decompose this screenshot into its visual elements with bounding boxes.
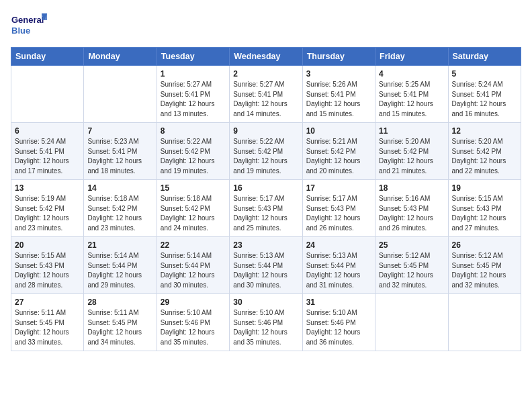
day-info: Sunrise: 5:11 AM Sunset: 5:45 PM Dayligh… xyxy=(15,308,80,347)
calendar-cell: 26Sunrise: 5:12 AM Sunset: 5:45 PM Dayli… xyxy=(448,237,521,294)
day-number: 3 xyxy=(306,69,371,79)
day-info: Sunrise: 5:15 AM Sunset: 5:43 PM Dayligh… xyxy=(15,251,80,290)
day-info: Sunrise: 5:14 AM Sunset: 5:44 PM Dayligh… xyxy=(87,251,152,290)
calendar-cell: 21Sunrise: 5:14 AM Sunset: 5:44 PM Dayli… xyxy=(84,237,157,294)
day-number: 24 xyxy=(306,240,371,250)
day-number: 26 xyxy=(452,240,517,250)
day-info: Sunrise: 5:27 AM Sunset: 5:41 PM Dayligh… xyxy=(161,80,226,119)
day-info: Sunrise: 5:18 AM Sunset: 5:42 PM Dayligh… xyxy=(161,194,226,233)
day-info: Sunrise: 5:24 AM Sunset: 5:41 PM Dayligh… xyxy=(15,137,80,176)
day-info: Sunrise: 5:17 AM Sunset: 5:43 PM Dayligh… xyxy=(306,194,371,233)
calendar-cell: 1Sunrise: 5:27 AM Sunset: 5:41 PM Daylig… xyxy=(157,66,229,123)
header-tuesday: Tuesday xyxy=(157,48,229,66)
svg-text:General: General xyxy=(11,15,44,25)
calendar-cell: 22Sunrise: 5:14 AM Sunset: 5:44 PM Dayli… xyxy=(157,237,229,294)
calendar-cell: 11Sunrise: 5:20 AM Sunset: 5:42 PM Dayli… xyxy=(375,123,448,180)
page-header: General Blue xyxy=(11,11,521,39)
day-info: Sunrise: 5:22 AM Sunset: 5:42 PM Dayligh… xyxy=(161,137,226,176)
calendar-cell: 7Sunrise: 5:23 AM Sunset: 5:41 PM Daylig… xyxy=(84,123,157,180)
calendar-cell: 4Sunrise: 5:25 AM Sunset: 5:41 PM Daylig… xyxy=(375,66,448,123)
week-row-4: 20Sunrise: 5:15 AM Sunset: 5:43 PM Dayli… xyxy=(11,237,521,294)
day-info: Sunrise: 5:25 AM Sunset: 5:41 PM Dayligh… xyxy=(379,80,444,119)
calendar-cell: 19Sunrise: 5:15 AM Sunset: 5:43 PM Dayli… xyxy=(448,180,521,237)
day-number: 28 xyxy=(87,298,152,307)
day-info: Sunrise: 5:17 AM Sunset: 5:43 PM Dayligh… xyxy=(233,194,298,233)
calendar-cell: 5Sunrise: 5:24 AM Sunset: 5:41 PM Daylig… xyxy=(448,66,521,123)
day-number: 23 xyxy=(233,240,298,250)
day-info: Sunrise: 5:26 AM Sunset: 5:41 PM Dayligh… xyxy=(306,80,371,119)
header-friday: Friday xyxy=(375,48,448,66)
day-number: 18 xyxy=(379,183,444,193)
day-number: 15 xyxy=(161,183,226,193)
day-info: Sunrise: 5:13 AM Sunset: 5:44 PM Dayligh… xyxy=(233,251,298,290)
day-info: Sunrise: 5:10 AM Sunset: 5:46 PM Dayligh… xyxy=(233,308,298,347)
day-info: Sunrise: 5:21 AM Sunset: 5:42 PM Dayligh… xyxy=(306,137,371,176)
calendar-cell: 16Sunrise: 5:17 AM Sunset: 5:43 PM Dayli… xyxy=(230,180,302,237)
calendar-cell xyxy=(375,294,448,351)
day-number: 16 xyxy=(233,183,298,193)
calendar-cell: 20Sunrise: 5:15 AM Sunset: 5:43 PM Dayli… xyxy=(11,237,84,294)
day-info: Sunrise: 5:16 AM Sunset: 5:43 PM Dayligh… xyxy=(379,194,444,233)
day-number: 7 xyxy=(87,126,152,136)
day-number: 1 xyxy=(161,69,226,79)
day-number: 17 xyxy=(306,183,371,193)
day-number: 9 xyxy=(233,126,298,136)
day-info: Sunrise: 5:18 AM Sunset: 5:42 PM Dayligh… xyxy=(87,194,152,233)
logo-svg: General Blue xyxy=(11,11,48,39)
calendar-cell xyxy=(448,294,521,351)
calendar-cell: 2Sunrise: 5:27 AM Sunset: 5:41 PM Daylig… xyxy=(230,66,302,123)
day-number: 19 xyxy=(452,183,517,193)
header-monday: Monday xyxy=(84,48,157,66)
calendar-cell: 14Sunrise: 5:18 AM Sunset: 5:42 PM Dayli… xyxy=(84,180,157,237)
day-number: 20 xyxy=(15,240,80,250)
week-row-3: 13Sunrise: 5:19 AM Sunset: 5:42 PM Dayli… xyxy=(11,180,521,237)
week-row-2: 6Sunrise: 5:24 AM Sunset: 5:41 PM Daylig… xyxy=(11,123,521,180)
calendar-cell: 10Sunrise: 5:21 AM Sunset: 5:42 PM Dayli… xyxy=(302,123,375,180)
calendar-cell: 15Sunrise: 5:18 AM Sunset: 5:42 PM Dayli… xyxy=(157,180,229,237)
day-info: Sunrise: 5:22 AM Sunset: 5:42 PM Dayligh… xyxy=(233,137,298,176)
header-sunday: Sunday xyxy=(11,48,84,66)
calendar-header-row: SundayMondayTuesdayWednesdayThursdayFrid… xyxy=(11,48,521,66)
calendar-cell xyxy=(84,66,157,123)
calendar-cell xyxy=(11,66,84,123)
day-info: Sunrise: 5:13 AM Sunset: 5:44 PM Dayligh… xyxy=(306,251,371,290)
day-number: 13 xyxy=(15,183,80,193)
calendar-cell: 25Sunrise: 5:12 AM Sunset: 5:45 PM Dayli… xyxy=(375,237,448,294)
day-number: 30 xyxy=(233,298,298,307)
calendar-cell: 17Sunrise: 5:17 AM Sunset: 5:43 PM Dayli… xyxy=(302,180,375,237)
day-number: 12 xyxy=(452,126,517,136)
calendar-cell: 9Sunrise: 5:22 AM Sunset: 5:42 PM Daylig… xyxy=(230,123,302,180)
day-info: Sunrise: 5:23 AM Sunset: 5:41 PM Dayligh… xyxy=(87,137,152,176)
day-info: Sunrise: 5:11 AM Sunset: 5:45 PM Dayligh… xyxy=(87,308,152,347)
calendar-cell: 24Sunrise: 5:13 AM Sunset: 5:44 PM Dayli… xyxy=(302,237,375,294)
day-number: 2 xyxy=(233,69,298,79)
header-saturday: Saturday xyxy=(448,48,521,66)
day-number: 25 xyxy=(379,240,444,250)
calendar-cell: 23Sunrise: 5:13 AM Sunset: 5:44 PM Dayli… xyxy=(230,237,302,294)
calendar-cell: 8Sunrise: 5:22 AM Sunset: 5:42 PM Daylig… xyxy=(157,123,229,180)
day-number: 10 xyxy=(306,126,371,136)
day-info: Sunrise: 5:10 AM Sunset: 5:46 PM Dayligh… xyxy=(161,308,226,347)
calendar-cell: 3Sunrise: 5:26 AM Sunset: 5:41 PM Daylig… xyxy=(302,66,375,123)
day-info: Sunrise: 5:24 AM Sunset: 5:41 PM Dayligh… xyxy=(452,80,517,119)
day-info: Sunrise: 5:10 AM Sunset: 5:46 PM Dayligh… xyxy=(306,308,371,347)
day-number: 5 xyxy=(452,69,517,79)
day-number: 6 xyxy=(15,126,80,136)
day-info: Sunrise: 5:20 AM Sunset: 5:42 PM Dayligh… xyxy=(379,137,444,176)
day-number: 29 xyxy=(161,298,226,307)
header-thursday: Thursday xyxy=(302,48,375,66)
day-number: 27 xyxy=(15,298,80,307)
day-info: Sunrise: 5:14 AM Sunset: 5:44 PM Dayligh… xyxy=(161,251,226,290)
day-info: Sunrise: 5:12 AM Sunset: 5:45 PM Dayligh… xyxy=(379,251,444,290)
day-number: 22 xyxy=(161,240,226,250)
calendar-cell: 27Sunrise: 5:11 AM Sunset: 5:45 PM Dayli… xyxy=(11,294,84,351)
day-number: 21 xyxy=(87,240,152,250)
day-info: Sunrise: 5:12 AM Sunset: 5:45 PM Dayligh… xyxy=(452,251,517,290)
header-wednesday: Wednesday xyxy=(230,48,302,66)
calendar-cell: 28Sunrise: 5:11 AM Sunset: 5:45 PM Dayli… xyxy=(84,294,157,351)
svg-text:Blue: Blue xyxy=(11,26,30,36)
calendar-cell: 12Sunrise: 5:20 AM Sunset: 5:42 PM Dayli… xyxy=(448,123,521,180)
day-number: 8 xyxy=(161,126,226,136)
calendar-cell: 18Sunrise: 5:16 AM Sunset: 5:43 PM Dayli… xyxy=(375,180,448,237)
calendar-cell: 13Sunrise: 5:19 AM Sunset: 5:42 PM Dayli… xyxy=(11,180,84,237)
